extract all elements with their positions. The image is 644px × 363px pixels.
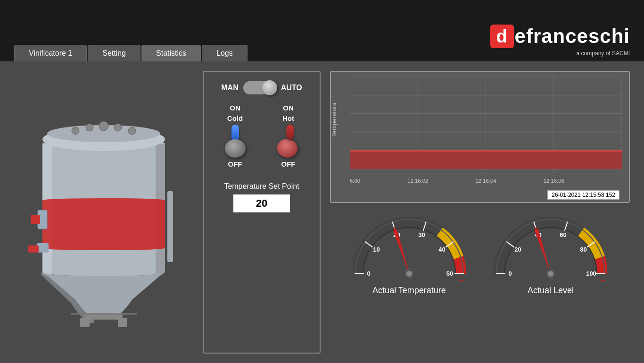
svg-text:12:16:00: 12:16:00 xyxy=(350,178,360,184)
controls-panel: MAN AUTO ON Cold OFF ON Hot xyxy=(203,71,321,354)
hot-name-label: Hot xyxy=(282,114,294,122)
tank-illustration xyxy=(24,97,184,328)
sacmi-label: a company of SACMI xyxy=(577,50,630,57)
svg-point-5 xyxy=(99,121,108,131)
svg-rect-16 xyxy=(167,191,173,262)
hot-lever-base xyxy=(275,137,299,159)
cold-lever[interactable] xyxy=(226,125,245,158)
hot-off-label: OFF xyxy=(281,160,296,168)
chart-y-label: Temperatura xyxy=(330,102,338,137)
tab-logs[interactable]: Logs xyxy=(202,45,248,61)
cold-hot-section: ON Cold OFF ON Hot OFF xyxy=(213,104,310,168)
hot-valve-control: ON Hot OFF xyxy=(279,104,298,168)
chart-timestamp: 26-01-2021 12:15:58.152 xyxy=(547,190,619,200)
temp-setpoint-label: Temperature Set Point xyxy=(224,182,299,191)
header: Vinificatore 1 Setting Statistics Logs d… xyxy=(0,0,644,61)
tab-vinificatore[interactable]: Vinificatore 1 xyxy=(14,45,87,61)
temperature-gauge-label: Actual Temperature xyxy=(372,286,446,295)
svg-rect-14 xyxy=(85,314,123,320)
temp-setpoint-input[interactable] xyxy=(233,194,290,212)
toggle-knob xyxy=(262,80,277,95)
cold-off-label: OFF xyxy=(228,160,242,168)
auto-label: AUTO xyxy=(281,84,302,92)
svg-rect-11 xyxy=(31,215,40,224)
temperature-chart: Temperatura 0 20 40 60 xyxy=(330,71,630,203)
svg-text:12:16:06: 12:16:06 xyxy=(544,178,564,184)
cold-on-label: ON xyxy=(230,104,240,112)
cold-lever-base xyxy=(225,139,246,158)
hot-on-label: ON xyxy=(283,104,294,112)
temp-setpoint-section: Temperature Set Point xyxy=(213,182,310,212)
man-label: MAN xyxy=(221,84,238,92)
cold-name-label: Cold xyxy=(227,114,243,122)
svg-point-4 xyxy=(86,124,93,131)
man-auto-row: MAN AUTO xyxy=(213,81,310,94)
logo-area: d efranceschi a company of SACMI xyxy=(490,20,644,61)
svg-text:12:16:02: 12:16:02 xyxy=(407,178,428,184)
svg-text:12:16:04: 12:16:04 xyxy=(475,178,496,184)
level-gauge-canvas xyxy=(494,215,607,281)
tab-setting[interactable]: Setting xyxy=(88,45,140,61)
chart-svg: 0 20 40 60 80 100 12:16:00 12:16:02 12:1… xyxy=(350,76,622,188)
hot-lever-stick xyxy=(286,125,294,139)
svg-point-3 xyxy=(72,127,79,135)
main-content: MAN AUTO ON Cold OFF ON Hot xyxy=(0,61,644,363)
gauges-row: Actual Temperature Actual Level xyxy=(330,210,630,300)
man-auto-toggle[interactable] xyxy=(243,81,276,94)
tab-statistics[interactable]: Statistics xyxy=(141,45,201,61)
svg-rect-13 xyxy=(28,245,39,253)
temperature-gauge-canvas xyxy=(353,215,466,281)
tab-bar: Vinificatore 1 Setting Statistics Logs xyxy=(0,45,248,61)
level-gauge-label: Actual Level xyxy=(528,286,574,295)
logo-d-icon: d xyxy=(490,25,514,48)
hot-lever[interactable] xyxy=(276,123,301,159)
actual-level-gauge: Actual Level xyxy=(494,215,607,295)
cold-valve-control: ON Cold OFF xyxy=(226,104,245,168)
tank-area xyxy=(14,71,193,354)
svg-point-7 xyxy=(128,127,136,135)
svg-point-6 xyxy=(114,124,122,131)
logo-text-efranceschi: efranceschi xyxy=(515,25,630,48)
brand-logo: d efranceschi xyxy=(490,25,630,48)
right-area: Temperatura 0 20 40 60 xyxy=(330,71,630,354)
svg-rect-38 xyxy=(350,151,622,169)
actual-temperature-gauge: Actual Temperature xyxy=(353,215,466,295)
